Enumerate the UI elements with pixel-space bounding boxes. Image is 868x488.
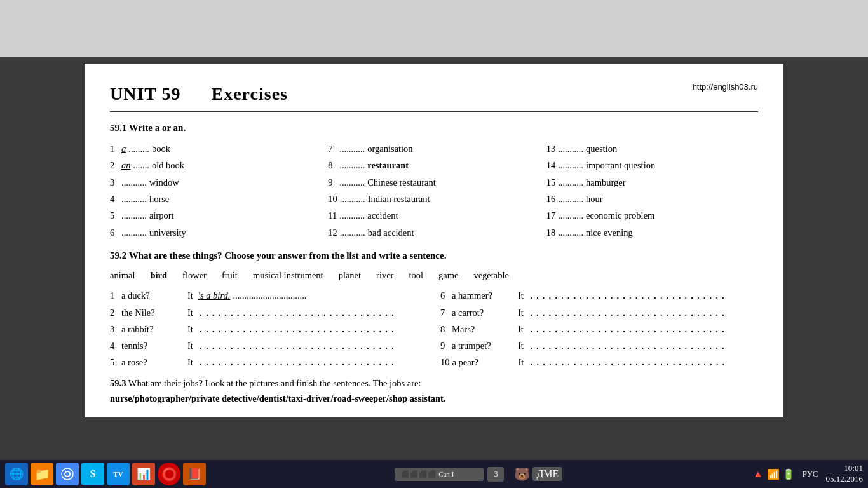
table-row: 16 ........... hour [546, 191, 758, 207]
table-row: 12 ........... bad accident [328, 225, 539, 240]
table-row: 17 ........... economic problem [546, 208, 758, 223]
taskbar-icon-folder[interactable]: 📁 [31, 463, 53, 485]
table-row: 15 ........... hamburger [546, 175, 758, 190]
table-row: 1 a......... book [110, 141, 322, 156]
list-item: 9 a trumpet? It ........................… [440, 338, 758, 353]
volume-icon: 📶 [767, 468, 780, 480]
taskbar-icon-chrome[interactable] [56, 463, 79, 485]
network-icon: 🔺 [752, 468, 764, 480]
taskbar-icon-red[interactable]: ⭕ [158, 463, 180, 485]
table-row: 13 ........... question [546, 141, 758, 156]
section-593-jobs: nurse/photographer/private detective/den… [110, 392, 758, 405]
table-row: 6 ........... university [110, 225, 322, 240]
table-row: 7 ........... organisation [328, 141, 539, 156]
top-bar [0, 0, 868, 57]
system-clock: 10:01 05.12.2016 [825, 463, 863, 485]
list-item: 8 Mars? It .............................… [440, 322, 758, 337]
list-item: 5 a rose? It ...........................… [110, 355, 428, 370]
system-tray-icons: 🔺 📶 🔋 [752, 468, 795, 480]
list-item: 1 a duck? It 's a bird. ................… [110, 288, 428, 303]
section-591: 59.1 Write a or an. 1 a......... book 7 … [110, 121, 758, 240]
section-593: 59.3 What are their jobs? Look at the pi… [110, 377, 758, 405]
main-area: UNIT 59 Exercises http://english03.ru 59… [0, 57, 868, 424]
website-url: http://english03.ru [693, 81, 758, 93]
list-item: 7 a carrot? It .........................… [440, 305, 758, 320]
section-592: 59.2 What are these things? Choose your … [110, 249, 758, 370]
language-indicator[interactable]: РУС [803, 469, 818, 479]
section-591-grid: 1 a......... book 7 ........... organisa… [110, 141, 758, 240]
table-row: 14 ........... important question [546, 158, 758, 173]
list-item: 6 a hammer? It .........................… [440, 288, 758, 303]
taskbar-center-item-2[interactable]: 3 [487, 467, 504, 482]
section-591-title: 59.1 Write a or an. [110, 121, 758, 135]
page-header: UNIT 59 Exercises http://english03.ru [110, 81, 758, 106]
taskbar: 🌐 📁 S TV 📊 ⭕ 📕 ⬛⬛⬛⬛ Can I 3 🐻 ДМЕ 🔺 📶 🔋 … [0, 460, 868, 488]
list-item: 3 a rabbit? It .........................… [110, 322, 428, 337]
table-row: 10 ........... Indian restaurant [328, 191, 539, 207]
word-list: animal bird flower fruit musical instrum… [110, 269, 758, 281]
battery-icon: 🔋 [782, 468, 795, 480]
taskbar-center: ⬛⬛⬛⬛ Can I 3 🐻 ДМЕ [395, 466, 562, 482]
table-row: 4 ........... horse [110, 191, 322, 207]
section-592-title: 59.2 What are these things? Choose your … [110, 249, 758, 262]
taskbar-left: 🌐 📁 S TV 📊 ⭕ 📕 [5, 463, 206, 485]
svg-point-2 [65, 472, 69, 476]
taskbar-icon-orange[interactable]: 📕 [183, 463, 206, 485]
table-row: 11 ........... accident [328, 208, 539, 223]
unit-title: UNIT 59 Exercises [110, 81, 288, 106]
taskbar-icon-globe[interactable]: 🌐 [5, 463, 28, 485]
list-item: 4 tennis? It ...........................… [110, 338, 428, 353]
list-item: 2 the Nile? It .........................… [110, 305, 428, 320]
list-item: 10 a pear? It ..........................… [440, 355, 758, 370]
table-row: 9 ........... Chinese restaurant [328, 175, 539, 190]
taskbar-icon-skype[interactable]: S [81, 463, 104, 485]
taskbar-center-icons: 🐻 ДМЕ [514, 466, 562, 482]
table-row: 3 ........... window [110, 175, 322, 190]
table-row: 2 an....... old book [110, 158, 322, 173]
table-row: 8 ........... restaurant [328, 158, 539, 173]
page-content: UNIT 59 Exercises http://english03.ru 59… [85, 64, 783, 417]
table-row: 18 ........... nice evening [546, 225, 758, 240]
table-row: 5 ........... airport [110, 208, 322, 223]
section-593-text: 59.3 What are their jobs? Look at the pi… [110, 377, 758, 390]
qa-grid: 1 a duck? It 's a bird. ................… [110, 288, 758, 370]
taskbar-right: 🔺 📶 🔋 РУС 10:01 05.12.2016 [752, 463, 863, 485]
taskbar-icon-teamviewer[interactable]: TV [107, 463, 130, 485]
taskbar-center-item-1[interactable]: ⬛⬛⬛⬛ Can I [395, 468, 484, 481]
header-divider [110, 111, 758, 112]
taskbar-icon-ppt[interactable]: 📊 [132, 463, 155, 485]
